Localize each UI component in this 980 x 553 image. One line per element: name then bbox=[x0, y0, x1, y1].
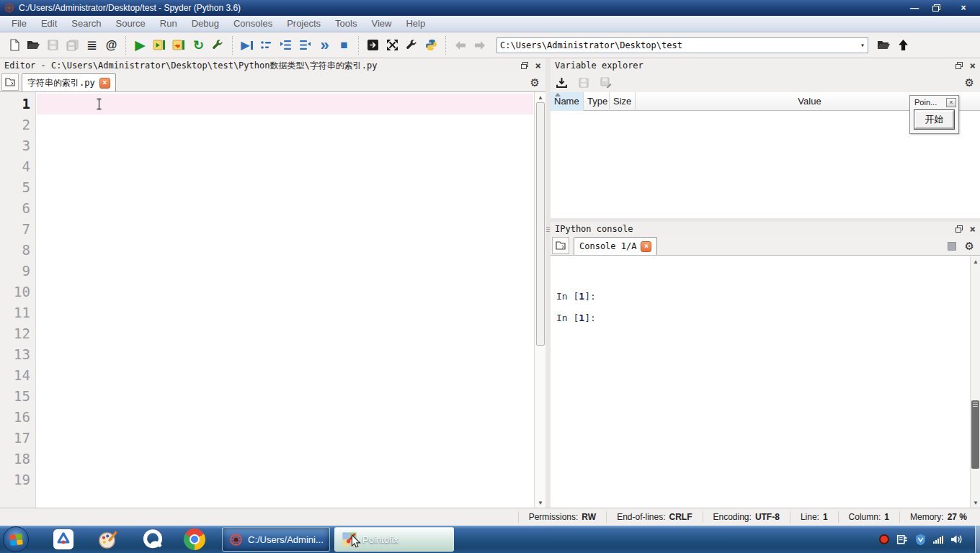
start-button[interactable] bbox=[3, 526, 29, 552]
menu-edit[interactable]: Edit bbox=[34, 16, 64, 32]
pointofix-start-button[interactable]: 开始 bbox=[914, 110, 954, 129]
security-shield-tray-icon[interactable] bbox=[915, 534, 926, 546]
open-file-button[interactable] bbox=[24, 35, 43, 55]
status-bar: Permissions:RW End-of-lines:CRLF Encodin… bbox=[0, 508, 980, 526]
close-button[interactable]: × bbox=[957, 3, 970, 13]
back-button[interactable] bbox=[450, 35, 470, 55]
run-current-line-button[interactable] bbox=[257, 35, 276, 55]
maximize-pane-button[interactable] bbox=[383, 35, 402, 55]
console-scrollbar-thumb[interactable] bbox=[971, 400, 979, 469]
title-bar: C:/Users/Administrator/Desktop/test - Sp… bbox=[0, 0, 980, 16]
scrollbar-down-icon[interactable]: ▼ bbox=[971, 498, 980, 508]
taskbar-button-spyder[interactable]: C:/Users/Admini... bbox=[222, 527, 330, 552]
variable-explorer-close-icon[interactable]: × bbox=[970, 60, 976, 71]
editor-scrollbar-thumb[interactable] bbox=[536, 102, 545, 346]
console-scrollbar[interactable]: ▲ ▼ bbox=[970, 256, 980, 508]
editor-options-gear-icon[interactable]: ⚙ bbox=[530, 77, 540, 88]
spyder-logo-icon bbox=[4, 3, 14, 13]
column-header-type[interactable]: Type bbox=[584, 92, 610, 111]
import-data-icon[interactable] bbox=[556, 77, 567, 88]
console-tab[interactable]: Console 1/A × bbox=[574, 237, 657, 255]
menu-file[interactable]: File bbox=[4, 16, 34, 32]
show-desktop-button[interactable] bbox=[975, 526, 980, 553]
python-path-manager-button[interactable] bbox=[422, 35, 441, 55]
vertical-splitter[interactable] bbox=[545, 58, 551, 508]
editor-close-icon[interactable]: × bbox=[535, 60, 541, 71]
open-external-window-button[interactable] bbox=[363, 35, 383, 55]
menu-debug[interactable]: Debug bbox=[184, 16, 226, 32]
menu-run[interactable]: Run bbox=[153, 16, 184, 32]
status-line: Line:1 bbox=[790, 511, 838, 523]
scrollbar-up-icon[interactable]: ▲ bbox=[971, 256, 980, 266]
menu-help[interactable]: Help bbox=[398, 16, 432, 32]
console-options-gear-icon[interactable]: ⚙ bbox=[965, 240, 974, 251]
working-directory-combobox[interactable]: C:\Users\Administrator\Desktop\test ▾ bbox=[496, 37, 868, 53]
connection-tray-icon[interactable] bbox=[896, 534, 908, 545]
preferences-button[interactable] bbox=[402, 35, 422, 55]
paint-app-taskbar-icon[interactable] bbox=[97, 528, 120, 551]
parent-directory-button[interactable] bbox=[894, 35, 913, 55]
pointofix-title-bar[interactable]: Poin... x bbox=[910, 96, 958, 109]
combobox-dropdown-icon[interactable]: ▾ bbox=[860, 41, 865, 49]
run-cell-advance-button[interactable] bbox=[169, 35, 189, 55]
editor-undock-icon[interactable] bbox=[521, 62, 528, 69]
line-number-column: 1 2 3 4 5 6 7 8 9 10 11 12 13 14 15 16 1… bbox=[0, 94, 30, 490]
column-value-label: Value bbox=[798, 96, 821, 107]
quark-browser-taskbar-icon[interactable] bbox=[141, 528, 164, 551]
minimize-button[interactable]: — bbox=[908, 3, 921, 13]
scrollbar-down-icon[interactable]: ▼ bbox=[535, 498, 546, 508]
menu-search[interactable]: Search bbox=[64, 16, 108, 32]
debug-file-button[interactable]: ▶ bbox=[237, 35, 257, 55]
network-signal-tray-icon[interactable] bbox=[933, 535, 943, 544]
menu-projects[interactable]: Projects bbox=[280, 16, 328, 32]
console-undock-icon[interactable] bbox=[956, 225, 963, 233]
browse-working-directory-button[interactable] bbox=[874, 35, 894, 55]
interrupt-kernel-icon[interactable] bbox=[948, 242, 956, 251]
run-cell-button[interactable] bbox=[150, 35, 169, 55]
file-switcher-button[interactable]: ≣ bbox=[82, 35, 102, 55]
run-file-button[interactable]: ▶ bbox=[130, 35, 150, 55]
stop-debug-button[interactable]: ■ bbox=[334, 35, 354, 55]
console-tab-close-icon[interactable]: × bbox=[641, 241, 651, 252]
menu-view[interactable]: View bbox=[364, 16, 398, 32]
continue-button[interactable]: » bbox=[315, 35, 334, 55]
sunlogin-taskbar-icon[interactable] bbox=[52, 528, 75, 551]
step-into-button[interactable] bbox=[276, 35, 295, 55]
console-browse-tabs-icon[interactable] bbox=[552, 237, 569, 254]
console-tab-bar: Console 1/A × ⚙ bbox=[551, 236, 980, 256]
save-button[interactable] bbox=[43, 35, 63, 55]
menu-source[interactable]: Source bbox=[109, 16, 153, 32]
maximize-button[interactable] bbox=[932, 4, 945, 12]
column-header-name[interactable]: Name bbox=[551, 92, 584, 111]
menu-tools[interactable]: Tools bbox=[328, 16, 364, 32]
symbol-finder-button[interactable]: @ bbox=[102, 35, 121, 55]
volume-tray-icon[interactable] bbox=[950, 534, 963, 544]
rerun-cell-button[interactable]: ↻ bbox=[189, 35, 208, 55]
new-file-button[interactable] bbox=[4, 35, 24, 55]
line-number: 8 bbox=[0, 240, 30, 261]
editor-scrollbar[interactable]: ▲ ▼ bbox=[534, 92, 545, 508]
pointofix-close-icon[interactable]: x bbox=[946, 98, 956, 107]
line-number: 17 bbox=[0, 428, 30, 449]
save-data-as-icon[interactable] bbox=[600, 77, 612, 88]
editor-tab-close-icon[interactable]: × bbox=[99, 78, 110, 89]
editor-tab[interactable]: 字符串的索引.py × bbox=[22, 73, 116, 91]
taskbar: C:/Users/Admini... Pointofix bbox=[0, 526, 980, 553]
variable-explorer-options-gear-icon[interactable]: ⚙ bbox=[965, 77, 974, 88]
save-data-icon[interactable] bbox=[579, 78, 589, 88]
main-toolbar: ≣ @ ▶ ↻ ▶ » ■ bbox=[0, 32, 980, 58]
console-close-icon[interactable]: × bbox=[970, 224, 976, 234]
scrollbar-up-icon[interactable]: ▲ bbox=[535, 92, 546, 102]
forward-button[interactable] bbox=[470, 35, 489, 55]
console-output-area[interactable]: In [1]: In [1]: bbox=[551, 256, 970, 508]
run-configuration-button[interactable] bbox=[208, 35, 228, 55]
browse-tabs-icon[interactable] bbox=[1, 73, 19, 91]
variable-explorer-undock-icon[interactable] bbox=[956, 62, 963, 69]
line-number: 1 bbox=[0, 94, 30, 114]
step-return-button[interactable] bbox=[295, 35, 315, 55]
recording-tray-icon[interactable] bbox=[879, 534, 889, 544]
chrome-taskbar-icon[interactable] bbox=[183, 528, 206, 551]
menu-consoles[interactable]: Consoles bbox=[226, 16, 280, 32]
column-header-size[interactable]: Size bbox=[610, 92, 636, 111]
save-all-button[interactable] bbox=[63, 35, 82, 55]
